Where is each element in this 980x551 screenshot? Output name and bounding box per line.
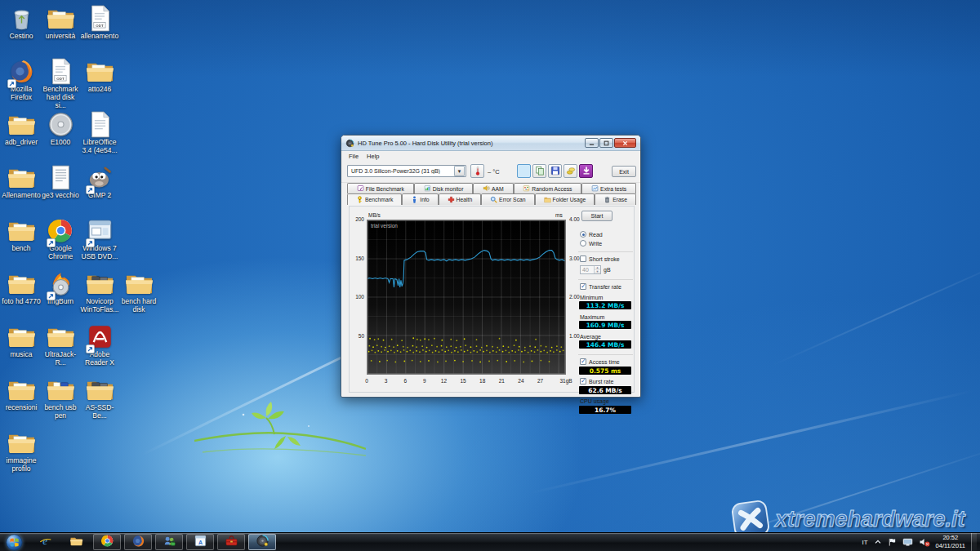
tab-benchmark[interactable]: Benchmark <box>347 193 402 205</box>
folder-icon <box>47 323 74 350</box>
stepper-down-icon[interactable]: ▼ <box>595 270 600 274</box>
taskbar-button-firefox[interactable] <box>124 534 152 550</box>
tab-disk-monitor[interactable]: Disk monitor <box>414 183 473 193</box>
desktop-icon-imgburn[interactable]: ImgBurn <box>41 270 80 306</box>
tab-extra-tests[interactable]: Extra tests <box>581 183 636 193</box>
taskbar-button-toolbox[interactable] <box>217 534 245 550</box>
desktop-icon-benchmark-hard-disk-si[interactable]: ODTBenchmark hard disk si... <box>41 58 80 109</box>
desktop-icon-ge3-vecchio[interactable]: ge3 vecchio <box>41 164 80 200</box>
stepper-arrows[interactable]: ▲▼ <box>594 266 600 273</box>
desktop-icon-windows-7-usb-dvd[interactable]: Windows 7 USB DVD... <box>80 217 119 261</box>
desktop-icon-musica[interactable]: musica <box>2 323 41 359</box>
show-desktop-button[interactable] <box>971 533 977 551</box>
benchmark-chart: trial version <box>367 220 566 375</box>
taskbar-button-windows-explorer[interactable] <box>62 534 90 550</box>
thermometer-icon <box>473 166 483 176</box>
desktop-icon-foto-hd-4770[interactable]: foto hd 4770 <box>2 270 41 306</box>
folder-icon <box>8 429 35 456</box>
tab-error-scan[interactable]: Error Scan <box>481 193 534 205</box>
minimize-button[interactable] <box>585 138 599 148</box>
desktop-icon-allenamento[interactable]: Allenamento <box>2 164 41 200</box>
title-bar[interactable]: HD Tune Pro 5.00 - Hard Disk Utility (tr… <box>341 136 640 151</box>
adobe-icon <box>87 323 114 350</box>
tab-random-access[interactable]: Random Access <box>514 183 582 193</box>
taskbar-button-writer[interactable]: A <box>186 534 214 550</box>
desktop-icon-e1000[interactable]: E1000 <box>41 111 80 147</box>
tab-file-benchmark[interactable]: File Benchmark <box>347 183 414 193</box>
shortcut-arrow-icon <box>47 236 56 245</box>
tab-aam[interactable]: AAM <box>473 183 513 193</box>
desktop-icon-atto246[interactable]: atto246 <box>80 58 119 94</box>
desktop-icon-universit[interactable]: università <box>41 5 80 41</box>
update-button[interactable] <box>579 164 593 178</box>
folder-icon <box>8 323 35 350</box>
temperature-button[interactable] <box>470 164 484 178</box>
exit-button[interactable]: Exit <box>612 166 636 177</box>
transfer-rate-checkbox[interactable] <box>580 283 586 290</box>
desktop-icon-libreoffice-3-4-4e54[interactable]: LibreOffice 3.4 (4e54... <box>80 111 119 155</box>
start-button-orb[interactable] <box>4 533 24 551</box>
action-center-flag-icon[interactable] <box>888 537 897 547</box>
x-tick: 6 <box>397 378 413 384</box>
short-stroke-checkbox[interactable] <box>580 256 586 262</box>
x-tick: 9 <box>416 378 433 384</box>
caption-buttons <box>585 138 636 148</box>
desktop-icon-novicorp-wintoflas[interactable]: Novicorp WinToFlas... <box>80 270 119 314</box>
internet-explorer-icon: e <box>38 534 52 551</box>
desktop-icon-label: università <box>46 33 75 41</box>
firefox-icon <box>131 534 145 551</box>
divider <box>578 251 633 252</box>
short-stroke-size-stepper[interactable]: 40 ▲▼ <box>580 265 601 274</box>
volume-muted-icon[interactable] <box>919 537 930 547</box>
start-button[interactable]: Start <box>581 211 612 221</box>
capture-button[interactable] <box>517 164 531 178</box>
options-button[interactable] <box>564 164 577 178</box>
read-radio[interactable] <box>580 231 586 238</box>
desktop-icon-bench[interactable]: bench <box>2 217 41 253</box>
tab-health[interactable]: Health <box>439 193 482 205</box>
desktop-icon-gimp-2[interactable]: GIMP 2 <box>80 164 119 200</box>
save-button[interactable] <box>548 164 562 178</box>
desktop-icon-bench-usb-pen[interactable]: bench usb pen <box>41 376 80 420</box>
error-tab-icon <box>490 196 497 204</box>
desktop-icon-recensioni[interactable]: recensioni <box>2 376 41 412</box>
desktop-icon-bench-hard-disk[interactable]: bench hard disk <box>119 270 158 314</box>
desktop-icon-google-chrome[interactable]: Google Chrome <box>41 217 80 261</box>
desktop-icon-label: atto246 <box>88 86 111 94</box>
desktop-icon-adb-driver[interactable]: adb_driver <box>2 111 41 147</box>
access-time-checkbox[interactable] <box>580 358 586 365</box>
clock[interactable]: 20:52 04/11/2011 <box>936 534 965 550</box>
hidden-icons-button[interactable] <box>874 538 882 546</box>
desktop-icon-mozilla-firefox[interactable]: Mozilla Firefox <box>2 58 41 102</box>
tab-info[interactable]: Info <box>402 193 438 205</box>
health-tab-icon <box>448 196 455 204</box>
desktop-icon-label: allenamento <box>81 33 118 41</box>
copy-button[interactable] <box>532 164 546 178</box>
write-radio[interactable] <box>580 240 586 247</box>
tab-erase[interactable]: Erase <box>595 193 636 205</box>
taskbar-button-internet-explorer[interactable]: e <box>31 534 59 550</box>
desktop-icon-cestino[interactable]: Cestino <box>2 5 41 41</box>
drive-select-dropdown[interactable]: UFD 3.0 Silicon-Power32G (31 gB) ▼ <box>347 165 466 177</box>
desktop-icon-immagine-profilo[interactable]: immagine profilo <box>2 429 41 473</box>
menu-help[interactable]: Help <box>363 152 383 161</box>
shortcut-arrow-icon <box>86 183 95 192</box>
desktop-icon-allenamento[interactable]: ODTallenamento <box>80 5 119 41</box>
desktop-icon-label: UltraJack-R... <box>41 351 80 367</box>
network-display-icon[interactable] <box>902 537 913 547</box>
chevron-down-icon: ▼ <box>454 166 465 176</box>
language-indicator[interactable]: IT <box>862 539 867 546</box>
desktop-icon-as-ssd-be[interactable]: AS-SSD-Be... <box>80 376 119 420</box>
close-button[interactable] <box>614 138 636 148</box>
menu-file[interactable]: File <box>345 152 363 161</box>
taskbar-button-messenger[interactable] <box>155 534 183 550</box>
tab-folder-usage[interactable]: Folder Usage <box>535 193 595 205</box>
burst-rate-checkbox[interactable] <box>580 378 586 384</box>
desktop-icon-adobe-reader-x[interactable]: Adobe Reader X <box>80 323 119 367</box>
taskbar-button-hdtune[interactable] <box>248 534 276 550</box>
maximize-button[interactable] <box>599 138 613 148</box>
hdtune-app-icon <box>345 139 354 148</box>
desktop-icon-label: musica <box>11 351 33 359</box>
taskbar-button-google-chrome[interactable] <box>93 534 121 550</box>
desktop-icon-ultrajack-r[interactable]: UltraJack-R... <box>41 323 80 367</box>
